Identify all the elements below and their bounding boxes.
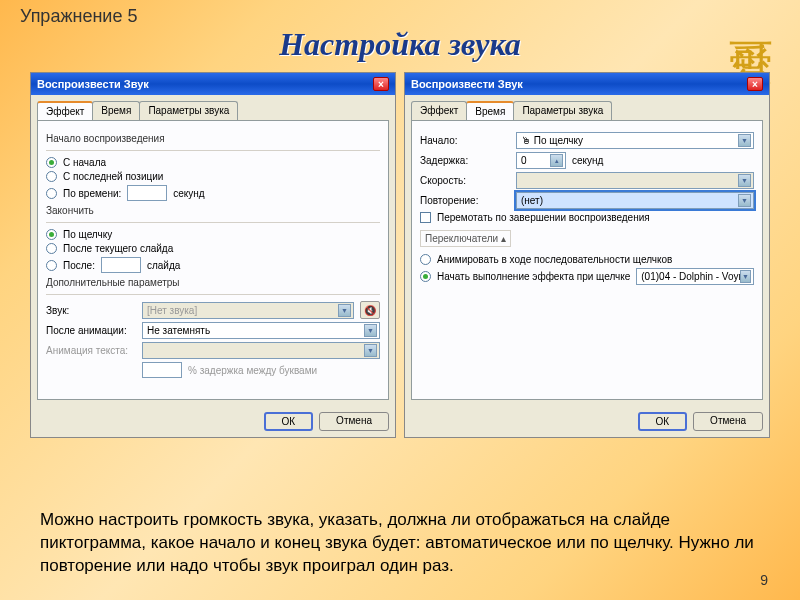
radio-label: Начать выполнение эффекта при щелчке bbox=[437, 271, 630, 282]
chevron-down-icon[interactable]: ▼ bbox=[338, 304, 351, 317]
button-row: ОК Отмена bbox=[405, 406, 769, 437]
start-label: Начало: bbox=[420, 135, 510, 146]
rewind-check[interactable] bbox=[420, 212, 431, 223]
panel-time: Начало:🖱 По щелчку▼ Задержка:0▴секунд Ск… bbox=[411, 120, 763, 400]
chevron-down-icon: ▼ bbox=[738, 174, 751, 187]
tab-time[interactable]: Время bbox=[92, 101, 140, 120]
unit-label: секунд bbox=[173, 188, 204, 199]
unit-label: слайда bbox=[147, 260, 180, 271]
combo-value: [Нет звука] bbox=[147, 305, 197, 316]
speed-combo: ▼ bbox=[516, 172, 754, 189]
spinner-value: 0 bbox=[521, 155, 527, 166]
radio-animate-seq[interactable] bbox=[420, 254, 431, 265]
radio-label: После: bbox=[63, 260, 95, 271]
check-label: Перемотать по завершении воспроизведения bbox=[437, 212, 650, 223]
tab-time[interactable]: Время bbox=[466, 101, 514, 120]
speaker-icon[interactable]: 🔇 bbox=[360, 301, 380, 319]
letter-delay-spinner bbox=[142, 362, 182, 378]
tab-effect[interactable]: Эффект bbox=[37, 101, 93, 120]
collapse-icon: ▴ bbox=[501, 233, 506, 244]
group-start: Начало воспроизведения bbox=[46, 133, 380, 144]
dialog-title: Воспроизвести Звук bbox=[411, 78, 523, 90]
radio-label: Анимировать в ходе последовательности ще… bbox=[437, 254, 672, 265]
tab-sound-params[interactable]: Параметры звука bbox=[139, 101, 238, 120]
dialog-effect: Воспроизвести Звук × Эффект Время Параме… bbox=[30, 72, 396, 438]
chevron-down-icon[interactable]: ▼ bbox=[738, 134, 751, 147]
time-spinner[interactable] bbox=[127, 185, 167, 201]
dialog-title: Воспроизвести Звук bbox=[37, 78, 149, 90]
radio-label: С начала bbox=[63, 157, 106, 168]
combo-value: (нет) bbox=[521, 195, 543, 206]
description-text: Можно настроить громкость звука, указать… bbox=[40, 509, 760, 578]
spinner-icon[interactable]: ▴ bbox=[550, 154, 563, 167]
radio-label: По щелчку bbox=[63, 229, 112, 240]
tab-sound-params[interactable]: Параметры звука bbox=[513, 101, 612, 120]
afteranim-label: После анимации: bbox=[46, 325, 136, 336]
repeat-label: Повторение: bbox=[420, 195, 510, 206]
ok-button[interactable]: ОК bbox=[264, 412, 314, 431]
afteranim-combo[interactable]: Не затемнять▼ bbox=[142, 322, 380, 339]
radio-start-on-click[interactable] bbox=[420, 271, 431, 282]
chevron-down-icon[interactable]: ▼ bbox=[364, 324, 377, 337]
delay-label: Задержка: bbox=[420, 155, 510, 166]
panel-effect: Начало воспроизведения С начала С послед… bbox=[37, 120, 389, 400]
chevron-down-icon[interactable]: ▼ bbox=[738, 194, 751, 207]
cancel-button[interactable]: Отмена bbox=[319, 412, 389, 431]
sound-combo[interactable]: [Нет звука]▼ bbox=[142, 302, 354, 319]
textanim-combo: ▼ bbox=[142, 342, 380, 359]
button-row: ОК Отмена bbox=[31, 406, 395, 437]
titlebar[interactable]: Воспроизвести Звук × bbox=[31, 73, 395, 95]
close-icon[interactable]: × bbox=[747, 77, 763, 91]
tabstrip: Эффект Время Параметры звука bbox=[405, 95, 769, 120]
triggers-toggle[interactable]: Переключатели ▴ bbox=[420, 230, 511, 247]
page-number: 9 bbox=[760, 572, 768, 588]
group-end: Закончить bbox=[46, 205, 380, 216]
combo-value: По щелчку bbox=[534, 135, 583, 146]
group-extra: Дополнительные параметры bbox=[46, 277, 380, 288]
chevron-down-icon[interactable]: ▼ bbox=[740, 270, 751, 283]
cancel-button[interactable]: Отмена bbox=[693, 412, 763, 431]
radio-label: С последней позиции bbox=[63, 171, 163, 182]
delay-text: % задержка между буквами bbox=[188, 365, 317, 376]
radio-label: По времени: bbox=[63, 188, 121, 199]
exercise-label: Упражнение 5 bbox=[20, 6, 137, 27]
close-icon[interactable]: × bbox=[373, 77, 389, 91]
tab-effect[interactable]: Эффект bbox=[411, 101, 467, 120]
tabstrip: Эффект Время Параметры звука bbox=[31, 95, 395, 120]
page-title: Настройка звука bbox=[279, 26, 521, 63]
dialog-time: Воспроизвести Звук × Эффект Время Параме… bbox=[404, 72, 770, 438]
repeat-combo[interactable]: (нет)▼ bbox=[516, 192, 754, 209]
ok-button[interactable]: ОК bbox=[638, 412, 688, 431]
radio-from-start[interactable] bbox=[46, 157, 57, 168]
sound-label: Звук: bbox=[46, 305, 136, 316]
radio-by-time[interactable] bbox=[46, 188, 57, 199]
combo-value: Не затемнять bbox=[147, 325, 210, 336]
dialogs-container: Воспроизвести Звук × Эффект Время Параме… bbox=[30, 72, 770, 438]
radio-last-pos[interactable] bbox=[46, 171, 57, 182]
radio-label: После текущего слайда bbox=[63, 243, 173, 254]
titlebar[interactable]: Воспроизвести Звук × bbox=[405, 73, 769, 95]
mouse-icon: 🖱 bbox=[521, 135, 531, 146]
combo-value: (01)04 - Dolphin - Voyna.m bbox=[641, 271, 740, 282]
delay-spinner[interactable]: 0▴ bbox=[516, 152, 566, 169]
speed-label: Скорость: bbox=[420, 175, 510, 186]
textanim-label: Анимация текста: bbox=[46, 345, 136, 356]
radio-on-click[interactable] bbox=[46, 229, 57, 240]
unit-label: секунд bbox=[572, 155, 603, 166]
trigger-combo[interactable]: (01)04 - Dolphin - Voyna.m▼ bbox=[636, 268, 754, 285]
start-combo[interactable]: 🖱 По щелчку▼ bbox=[516, 132, 754, 149]
radio-after-n[interactable] bbox=[46, 260, 57, 271]
chevron-down-icon: ▼ bbox=[364, 344, 377, 357]
slides-spinner[interactable] bbox=[101, 257, 141, 273]
radio-after-slide[interactable] bbox=[46, 243, 57, 254]
